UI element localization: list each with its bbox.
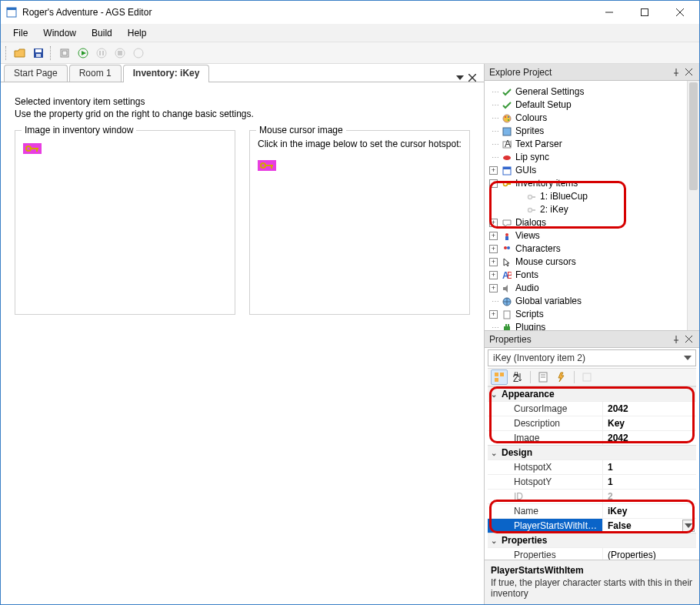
tab-close-icon[interactable] <box>468 74 476 82</box>
tree-global-vars[interactable]: ⋯Global variables <box>489 295 699 308</box>
svg-text:Z: Z <box>513 373 518 383</box>
svg-rect-60 <box>495 373 498 376</box>
expand-icon[interactable]: + <box>489 166 498 175</box>
prop-hotspoty[interactable]: HotspotY1 <box>488 474 696 489</box>
menu-help[interactable]: Help <box>120 24 155 42</box>
prop-properties[interactable]: Properties(Properties) <box>488 547 696 560</box>
explore-header: Explore Project <box>485 64 699 81</box>
props-misc-button[interactable] <box>578 369 595 385</box>
prop-description[interactable]: DescriptionKey <box>488 416 696 430</box>
pause-button[interactable] <box>93 45 110 62</box>
svg-rect-68 <box>583 373 591 381</box>
categorized-button[interactable] <box>491 369 508 385</box>
expand-icon[interactable]: + <box>489 258 498 266</box>
tree-fonts[interactable]: +ABFonts <box>489 269 699 282</box>
category-design[interactable]: ⌄Design <box>488 445 696 460</box>
pin-icon[interactable] <box>670 333 682 346</box>
svg-text:B: B <box>507 271 512 280</box>
tree-inv-ikey[interactable]: 2: iKey <box>489 203 699 216</box>
step-button[interactable] <box>130 45 147 62</box>
tree-views[interactable]: +Views <box>489 229 699 242</box>
expand-icon[interactable]: + <box>489 310 498 319</box>
svg-rect-62 <box>495 378 498 382</box>
prop-name[interactable]: NameiKey <box>488 503 696 518</box>
tab-start-page[interactable]: Start Page <box>4 65 68 82</box>
tree-default-setup[interactable]: ⋯Default Setup <box>489 99 699 112</box>
menu-file[interactable]: File <box>5 24 35 42</box>
tree-inv-ibluecup[interactable]: 1: iBlueCup <box>489 190 699 203</box>
tree-inventory-items[interactable]: −Inventory items <box>489 177 699 190</box>
expand-icon[interactable]: + <box>489 219 498 227</box>
minimize-button[interactable] <box>592 1 627 24</box>
tree-scripts[interactable]: +Scripts <box>489 308 699 321</box>
props-page-button[interactable] <box>535 369 552 385</box>
inventory-sprite[interactable] <box>23 143 42 154</box>
run-button[interactable] <box>75 45 92 62</box>
expand-icon[interactable]: + <box>489 245 498 253</box>
menu-build[interactable]: Build <box>84 24 120 42</box>
properties-object-selector[interactable]: iKey (Inventory item 2) <box>488 349 696 366</box>
maximize-button[interactable] <box>627 1 662 24</box>
app-icon <box>5 6 18 18</box>
prop-cursorimage[interactable]: CursorImage2042 <box>488 401 696 416</box>
svg-point-13 <box>97 48 106 58</box>
tree-audio[interactable]: +Audio <box>489 282 699 295</box>
prop-id[interactable]: ID2 <box>488 489 696 503</box>
svg-marker-12 <box>82 51 86 55</box>
menu-window[interactable]: Window <box>35 24 84 42</box>
category-properties[interactable]: ⌄Properties <box>488 533 696 547</box>
svg-point-37 <box>503 155 511 160</box>
panel-close-icon[interactable] <box>682 333 695 346</box>
tree-plugins[interactable]: ⋯Plugins <box>489 321 699 331</box>
tree-guis[interactable]: +GUIs <box>489 164 699 177</box>
chevron-down-icon[interactable] <box>682 352 694 364</box>
prop-image[interactable]: Image2042 <box>488 430 696 445</box>
tree-colours[interactable]: ⋯Colours <box>489 112 699 125</box>
svg-rect-26 <box>265 165 273 166</box>
key-icon <box>526 192 537 202</box>
panel-close-icon[interactable] <box>682 66 695 79</box>
save-button[interactable] <box>30 45 47 62</box>
build-button[interactable] <box>56 45 73 62</box>
tab-dropdown-icon[interactable] <box>456 74 464 82</box>
prop-playerstartswithitem[interactable]: PlayerStartsWithItemFalse <box>488 518 696 533</box>
tab-room-1[interactable]: Room 1 <box>69 65 122 82</box>
expand-icon[interactable]: + <box>489 232 498 240</box>
cursor-sprite[interactable] <box>258 160 276 171</box>
svg-rect-10 <box>62 51 67 55</box>
chevron-down-icon[interactable] <box>682 520 695 532</box>
tree-characters[interactable]: +Characters <box>489 242 699 256</box>
tab-inventory-ikey[interactable]: Inventory: iKey <box>123 65 210 82</box>
svg-rect-53 <box>504 311 510 319</box>
body: Start Page Room 1 Inventory: iKey Select… <box>1 64 699 604</box>
expand-icon[interactable]: + <box>489 284 498 292</box>
property-grid[interactable]: ⌄Appearance CursorImage2042 DescriptionK… <box>485 386 699 560</box>
tree-text-parser[interactable]: ⋯AbText Parser <box>489 138 699 151</box>
svg-rect-61 <box>500 373 504 376</box>
tree-scrollbar[interactable] <box>687 81 699 330</box>
close-button[interactable] <box>662 1 698 24</box>
open-button[interactable] <box>12 45 28 62</box>
tree-cursors[interactable]: +Mouse cursors <box>489 256 699 269</box>
collapse-icon[interactable]: − <box>489 179 498 188</box>
svg-point-18 <box>134 48 143 58</box>
svg-rect-55 <box>505 324 507 326</box>
tree-dialogs[interactable]: +Dialogs <box>489 216 699 229</box>
pin-icon[interactable] <box>670 66 682 79</box>
editor-hint: Use the property grid on the right to ch… <box>15 109 470 119</box>
events-button[interactable] <box>553 369 570 385</box>
tree-lip-sync[interactable]: ⋯Lip sync <box>489 151 699 164</box>
stop-button[interactable] <box>112 45 128 62</box>
prop-hotspotx[interactable]: HotspotX1 <box>488 460 696 474</box>
category-appearance[interactable]: ⌄Appearance <box>488 386 696 401</box>
svg-point-31 <box>505 116 506 118</box>
expand-icon[interactable]: + <box>489 271 498 279</box>
svg-rect-47 <box>505 236 508 240</box>
tree-general-settings[interactable]: ⋯General Settings <box>489 85 699 99</box>
key-icon <box>526 205 537 216</box>
alphabetical-button[interactable]: AZ <box>509 369 526 385</box>
svg-marker-69 <box>685 523 692 528</box>
tree-sprites[interactable]: ⋯Sprites <box>489 125 699 138</box>
project-tree[interactable]: ⋯General Settings ⋯Default Setup ⋯Colour… <box>485 81 699 331</box>
check-icon <box>502 87 512 98</box>
